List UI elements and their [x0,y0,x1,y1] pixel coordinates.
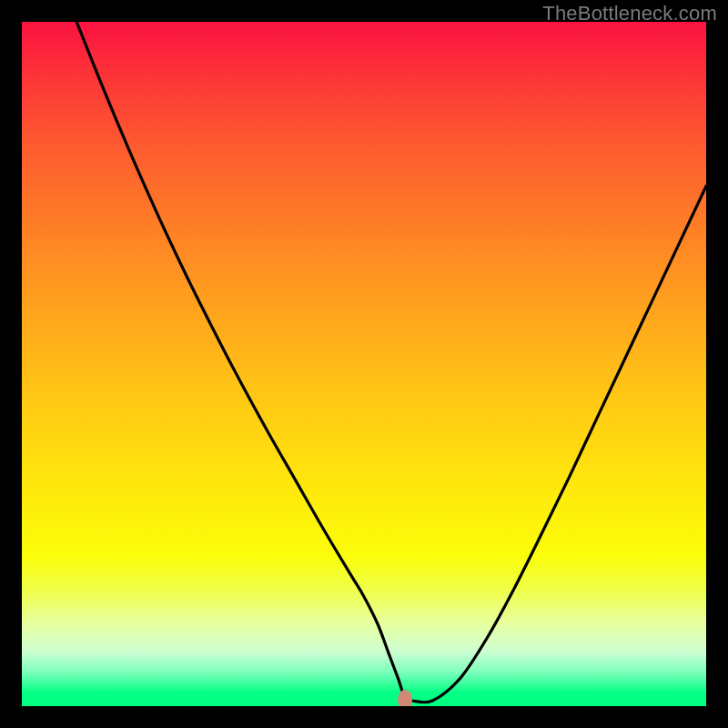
optimal-point-marker [398,690,412,706]
plot-area [22,22,706,706]
bottleneck-curve [22,22,706,706]
watermark-text: TheBottleneck.com [542,2,717,25]
chart-frame: TheBottleneck.com [0,0,728,728]
